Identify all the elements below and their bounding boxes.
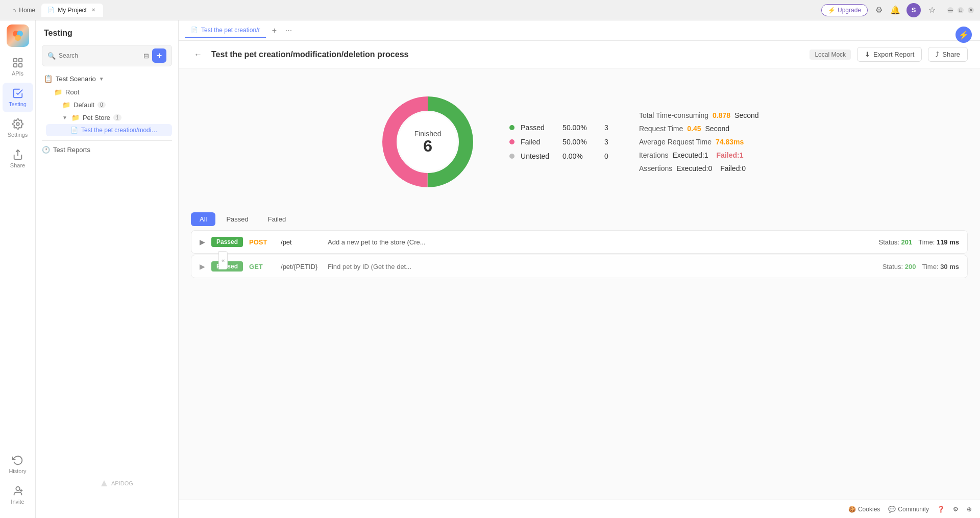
upgrade-button[interactable]: ⚡ Upgrade (821, 4, 868, 16)
bottom-bar: 🍪 Cookies 💬 Community ❓ ⚙ ⊕ (179, 500, 980, 518)
stat-failed: Failed 50.00% 3 (509, 138, 608, 146)
report-title: Test the pet creation/modification/delet… (211, 50, 803, 59)
close-tab-button[interactable]: ✕ (90, 7, 97, 14)
result-row[interactable]: ▶ Passed GET /pet/{PETID} Find pet by ID… (191, 255, 968, 278)
more-bottom-icon: ⊕ (967, 506, 972, 513)
result-desc-2: Find pet by ID (Get the det... (328, 263, 876, 270)
folder-list-icon: 📋 (44, 75, 53, 83)
failed-pct: 50.00% (562, 138, 598, 146)
tab-icon: 📄 (191, 27, 198, 33)
project-tab-icon: 📄 (47, 7, 55, 13)
expand-icon-2[interactable]: ▶ (200, 262, 205, 270)
share-button[interactable]: ⤴ Share (928, 47, 968, 62)
metric-assertions: Assertions Executed:0 Failed:0 (639, 164, 782, 172)
sidebar-item-apis[interactable]: APIs (3, 52, 33, 82)
result-time-2: Time: 30 ms (922, 263, 959, 270)
sidebar-item-history[interactable]: History (3, 450, 33, 479)
community-icon: 💬 (888, 506, 896, 513)
svg-point-15 (398, 112, 457, 171)
icon-sidebar: APIs Testing Settings Share (0, 20, 36, 518)
apis-icon (12, 57, 23, 68)
nav-search-container: 🔍 ⊟ + (42, 45, 172, 66)
untested-count: 0 (604, 152, 608, 160)
folder-root-icon: 📁 (54, 88, 62, 96)
nav-reports[interactable]: 🕐 Test Reports (36, 143, 178, 157)
user-avatar[interactable]: S (906, 3, 921, 17)
expand-icon[interactable]: ▶ (200, 238, 205, 246)
untested-dot (509, 154, 514, 159)
cookies-button[interactable]: 🍪 Cookies (848, 506, 880, 513)
filter-tab-all[interactable]: All (191, 212, 215, 226)
upgrade-icon: ⚡ (828, 7, 836, 14)
settings-bottom-icon: ⚙ (953, 506, 959, 513)
result-desc: Add a new pet to the store (Cre... (328, 238, 872, 246)
metric-iterations: Iterations Executed:1 Failed:1 (639, 151, 782, 159)
svg-point-2 (15, 35, 21, 41)
tab-label: Test the pet creation/r (201, 27, 260, 34)
passed-label: Passed (521, 124, 556, 132)
add-button[interactable]: + (152, 48, 166, 63)
test-file-icon: 📄 (70, 127, 78, 134)
settings-bottom-button[interactable]: ⚙ (953, 506, 959, 513)
report-header: ← Test the pet creation/modification/del… (179, 41, 980, 68)
settings-icon[interactable]: ⚙ (874, 5, 884, 15)
nav-item-root[interactable]: 📁 Root (46, 86, 172, 98)
share-icon (12, 149, 23, 160)
community-button[interactable]: 💬 Community (888, 506, 929, 513)
home-tab[interactable]: ⌂ Home (6, 4, 41, 17)
nav-item-default[interactable]: 📁 Default 0 (46, 98, 172, 111)
svg-rect-5 (13, 64, 16, 67)
project-tab[interactable]: 📄 My Project ✕ (41, 4, 103, 17)
close-button[interactable]: ✕ (968, 7, 974, 13)
result-status-badge: Passed (211, 237, 243, 247)
donut-chart: Finished 6 (377, 91, 479, 193)
filter-icon[interactable]: ⊟ (143, 52, 149, 60)
result-method-2: GET (249, 263, 275, 270)
filter-tab-passed[interactable]: Passed (217, 212, 257, 226)
filter-tab-failed[interactable]: Failed (259, 212, 295, 226)
failed-count: 3 (604, 138, 608, 146)
floating-action-button[interactable]: ⚡ (955, 27, 972, 43)
passed-count: 3 (604, 124, 608, 132)
nav-item-test-file[interactable]: 📄 Test the pet creation/modif... (46, 124, 172, 136)
back-button[interactable]: ← (191, 47, 205, 62)
help-button[interactable]: ❓ (937, 506, 945, 513)
tab-add-button[interactable]: + (268, 24, 280, 37)
invite-icon (12, 485, 23, 497)
result-method: POST (249, 238, 275, 246)
bookmark-icon[interactable]: ☆ (927, 5, 937, 15)
test-scenario-header[interactable]: 📋 Test Scenario ▼ (42, 71, 172, 86)
results-list: ▶ Passed POST /pet Add a new pet to the … (191, 230, 968, 278)
tab-more-button[interactable]: ··· (282, 24, 295, 37)
testing-icon (12, 88, 23, 99)
report-env-badge[interactable]: Local Mock (810, 50, 851, 60)
stats-block: Passed 50.00% 3 Failed 50.00% 3 Untested… (509, 124, 608, 160)
collapse-sidebar-button[interactable]: « (218, 251, 228, 269)
result-row[interactable]: ▶ Passed POST /pet Add a new pet to the … (191, 230, 968, 254)
nav-item-petstore[interactable]: ▼ 📁 Pet Store 1 (46, 111, 172, 124)
sidebar-item-invite[interactable]: Invite (3, 480, 33, 510)
folder-default-icon: 📁 (62, 101, 70, 109)
search-input[interactable] (59, 52, 140, 59)
sidebar-item-settings[interactable]: Settings (3, 113, 33, 143)
sidebar-item-share[interactable]: Share (3, 144, 33, 174)
notifications-icon[interactable]: 🔔 (890, 5, 900, 15)
export-report-button[interactable]: ⬇ Export Report (857, 47, 922, 62)
maximize-button[interactable]: □ (958, 7, 964, 13)
nav-tree: 📁 Root 📁 Default 0 ▼ 📁 Pet Store 1 (42, 86, 172, 136)
app-body: APIs Testing Settings Share (0, 20, 980, 518)
more-bottom-button[interactable]: ⊕ (967, 506, 972, 513)
caret-down-icon: ▼ (99, 76, 104, 82)
minimize-button[interactable]: — (947, 7, 953, 13)
apidog-branding: APIDOG (100, 479, 133, 487)
sidebar-item-testing[interactable]: Testing (3, 83, 33, 112)
failed-dot (509, 139, 514, 144)
nav-sidebar: Testing 🔍 ⊟ + 📋 Test Scenario ▼ 📁 Root (36, 20, 179, 518)
titlebar: ⌂ Home 📄 My Project ✕ ⚡ Upgrade ⚙ 🔔 S ☆ … (0, 0, 980, 20)
reports-icon: 🕐 (42, 146, 50, 154)
history-icon (12, 455, 23, 466)
help-icon: ❓ (937, 506, 945, 513)
app-logo[interactable] (7, 24, 29, 47)
content-tab-active[interactable]: 📄 Test the pet creation/r (185, 23, 266, 38)
passed-pct: 50.00% (562, 124, 598, 132)
